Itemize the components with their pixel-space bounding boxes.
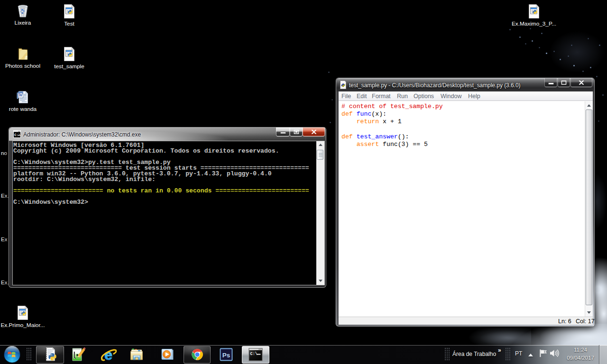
- svg-text:C:\: C:\: [250, 352, 258, 356]
- svg-text:e: e: [104, 347, 112, 363]
- svg-text:C:\: C:\: [14, 133, 21, 137]
- svg-text:Ps: Ps: [222, 352, 230, 359]
